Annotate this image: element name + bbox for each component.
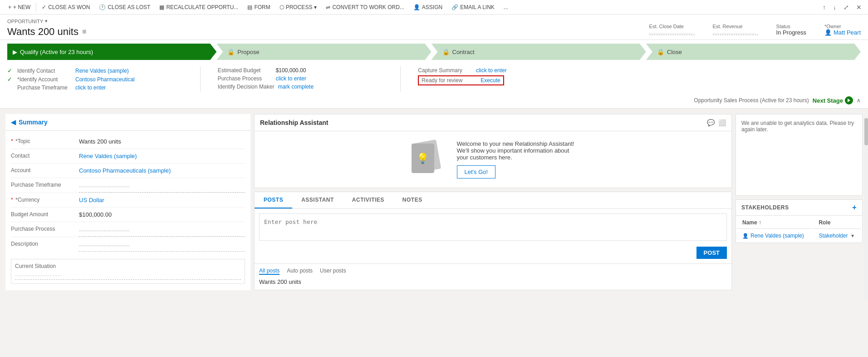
current-situation-value[interactable]: ............................... — [15, 271, 241, 280]
tab-assistant[interactable]: ASSISTANT — [292, 192, 343, 208]
description-value[interactable]: ............................... — [79, 237, 245, 252]
clock-icon: 🕐 — [99, 4, 106, 10]
add-stakeholder-button[interactable]: + — [852, 203, 857, 212]
stage-lock-icon: 🔒 — [227, 49, 235, 55]
form-icon: ▤ — [247, 4, 252, 10]
form-button[interactable]: ▤ FORM — [243, 0, 275, 14]
summary-section-header: ◀ Summary — [5, 114, 250, 131]
process-bar: ▶ Qualify (Active for 23 hours) 🔒 Propos… — [0, 40, 868, 109]
budget-label: Budget Amount — [11, 208, 79, 222]
recalculate-button[interactable]: ▦ RECALCULATE OPPORTU... — [155, 0, 243, 14]
post-filter-tabs: All posts Auto posts User posts — [255, 263, 731, 278]
entity-dropdown-icon[interactable]: ▾ — [45, 18, 48, 24]
record-title: Wants 200 units ≡ — [7, 24, 649, 40]
table-row: 👤 Rene Valdes (sample) Stakeholder ▾ — [737, 230, 861, 242]
budget-value[interactable]: $100,000.00 — [79, 208, 245, 222]
purchase-timeframe-value[interactable]: ............................... — [79, 178, 245, 193]
capture-summary-link[interactable]: click to enter — [476, 67, 506, 74]
close-button[interactable]: ✕ — [853, 2, 864, 13]
account-link[interactable]: Contoso Pharmaceutical — [75, 76, 135, 83]
lets-go-button[interactable]: Let's Go! — [457, 165, 496, 178]
process-fields: ✓ Identify Contact Rene Valdes (sample) … — [7, 63, 861, 94]
stage-qualify[interactable]: ▶ Qualify (Active for 23 hours) — [7, 44, 216, 60]
convert-button[interactable]: ⇌ CONVERT TO WORK ORD... — [321, 0, 408, 14]
account-value[interactable]: Contoso Pharmaceuticals (sample) — [79, 164, 245, 178]
owner-name[interactable]: Matt Peart — [834, 29, 861, 36]
tab-posts[interactable]: POSTS — [255, 192, 292, 208]
chat-icon[interactable]: 💬 — [707, 119, 715, 126]
post-button[interactable]: POST — [696, 247, 727, 259]
process-identify-contact: ✓ Identify Contact Rene Valdes (sample) — [7, 66, 186, 75]
next-stage-button[interactable]: Next Stage — [813, 96, 853, 104]
post-footer: POST — [255, 247, 731, 263]
currency-label: *Currency — [11, 193, 79, 207]
rel-assistant-icon-area: 💡 — [412, 141, 448, 178]
auto-posts-tab[interactable]: Auto posts — [287, 268, 313, 275]
left-panel: ◀ Summary *Topic Wants 200 units Contact… — [5, 114, 250, 290]
main-content: ◀ Summary *Topic Wants 200 units Contact… — [0, 109, 868, 290]
close-lost-button[interactable]: 🕐 CLOSE AS LOST — [94, 0, 155, 14]
process-purchase-timeframe: Purchase Timeframe click to enter — [7, 84, 186, 92]
stakeholder-name[interactable]: 👤 Rene Valdes (sample) — [742, 233, 807, 239]
up-arrow-button[interactable]: ↑ — [820, 2, 829, 13]
section-collapse-icon[interactable]: ◀ — [11, 119, 16, 126]
topic-value[interactable]: Wants 200 units — [79, 134, 245, 149]
all-posts-tab[interactable]: All posts — [259, 268, 280, 275]
contact-value[interactable]: Rene Valdes (sample) — [79, 149, 245, 163]
stage-lock-icon-2: 🔒 — [442, 49, 450, 55]
scrollbar-thumb[interactable] — [864, 118, 868, 145]
activity-tabs-container: POSTS ASSISTANT ACTIVITIES NOTES POST Al… — [254, 192, 732, 290]
expand-button[interactable]: ⤢ — [841, 2, 852, 13]
stage-contract[interactable]: 🔒 Contract — [432, 44, 646, 60]
user-posts-tab[interactable]: User posts — [320, 268, 346, 275]
execute-link[interactable]: Execute — [481, 77, 500, 84]
down-arrow-button[interactable]: ↓ — [830, 2, 839, 13]
stakeholders-col-role: Role — [813, 217, 861, 229]
contact-link[interactable]: Rene Valdes (sample) — [75, 68, 129, 74]
assign-button[interactable]: 👤 ASSIGN — [409, 0, 447, 14]
process-col-2: Estimated Budget $100,000.00 Purchase Pr… — [208, 66, 393, 92]
header-left: OPPORTUNITY ▾ Wants 200 units ≡ — [7, 18, 649, 40]
summary-fields: *Topic Wants 200 units Contact Rene Vald… — [5, 131, 250, 255]
process-icon: ⬡ — [280, 4, 284, 10]
account-label: Account — [11, 164, 79, 178]
post-preview: Wants 200 units — [255, 278, 731, 290]
current-situation-title: Current Situation — [15, 263, 241, 269]
scrollbar-track — [864, 118, 868, 290]
process-button[interactable]: ⬡ PROCESS ▾ — [275, 0, 322, 14]
tab-activities[interactable]: ACTIVITIES — [343, 192, 393, 208]
stakeholder-role[interactable]: Stakeholder — [819, 233, 848, 239]
purchase-process-label: Purchase Process — [11, 222, 79, 237]
current-situation-section: Current Situation ......................… — [11, 259, 245, 284]
purchase-process-value[interactable]: ............................... — [79, 222, 245, 237]
toolbar-right: ↑ ↓ ⤢ ✕ — [820, 2, 864, 13]
status-field: Status In Progress — [776, 24, 806, 36]
currency-value[interactable]: US Dollar — [79, 193, 245, 207]
purchase-timeframe-link[interactable]: click to enter — [75, 84, 106, 91]
process-capture-summary: Capture Summary click to enter — [408, 66, 586, 74]
tab-notes[interactable]: NOTES — [393, 192, 432, 208]
est-revenue-field: Est. Revenue ...........................… — [713, 24, 758, 36]
more-button[interactable]: ... — [499, 0, 513, 14]
maximize-icon[interactable]: ⬜ — [718, 119, 726, 126]
purchase-process-link[interactable]: click to enter — [276, 75, 306, 82]
expand-stakeholder-icon[interactable]: ▾ — [851, 233, 854, 239]
rel-assistant-text-area: Welcome to your new Relationship Assista… — [457, 140, 575, 178]
toolbar: + + NEW ✓ CLOSE AS WON 🕐 CLOSE AS LOST ▦… — [0, 0, 868, 15]
close-won-button[interactable]: ✓ CLOSE AS WON — [37, 0, 94, 14]
process-identify-decision-maker: Identify Decision Maker mark complete — [208, 83, 386, 91]
post-input[interactable] — [259, 213, 727, 241]
record-header: OPPORTUNITY ▾ Wants 200 units ≡ Est. Clo… — [0, 15, 868, 40]
email-link-button[interactable]: 🔗 EMAIL A LINK — [447, 0, 499, 14]
stakeholders-col-name[interactable]: Name ↑ — [737, 217, 812, 229]
menu-icon[interactable]: ≡ — [82, 28, 86, 36]
new-button[interactable]: + + NEW — [4, 0, 35, 14]
stage-close[interactable]: 🔒 Close — [646, 44, 861, 60]
entity-label: OPPORTUNITY ▾ — [7, 18, 649, 24]
stage-propose[interactable]: 🔒 Propose — [216, 44, 431, 60]
col-separator-1 — [200, 66, 201, 92]
collapse-icon[interactable]: ∧ — [857, 97, 861, 104]
user-icon: 👤 — [824, 29, 832, 36]
mark-complete-link[interactable]: mark complete — [278, 84, 314, 90]
col-separator-2 — [400, 66, 401, 92]
